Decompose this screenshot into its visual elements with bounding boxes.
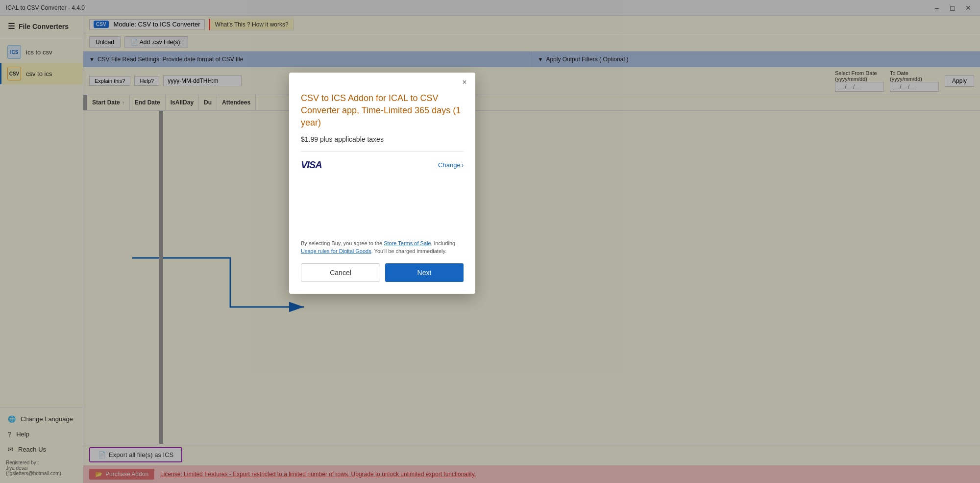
usage-rules-link[interactable]: Usage rules for Digital Goods: [301, 248, 371, 254]
modal-spacer: [301, 180, 464, 239]
modal-terms: By selecting Buy, you agree to the Store…: [301, 239, 464, 255]
terms-text-3: . You'll be charged immediately.: [371, 248, 447, 254]
modal-footer: Cancel Next: [301, 263, 464, 284]
modal-body: CSV to ICS Addon for ICAL to CSV Convert…: [289, 88, 475, 294]
modal-header: ×: [289, 73, 475, 88]
modal-price: $1.99 plus applicable taxes: [301, 135, 464, 143]
change-payment-link[interactable]: Change ›: [438, 161, 464, 169]
next-button[interactable]: Next: [385, 263, 464, 282]
modal-overlay: × CSV to ICS Addon for ICAL to CSV Conve…: [0, 0, 980, 483]
modal-payment: VISA Change ›: [301, 159, 464, 171]
modal-divider: [301, 151, 464, 152]
change-label: Change: [438, 161, 461, 169]
modal-close-button[interactable]: ×: [459, 76, 470, 88]
change-arrow-icon: ›: [462, 161, 464, 169]
store-terms-link[interactable]: Store Terms of Sale: [384, 240, 431, 246]
terms-text-2: , including: [431, 240, 456, 246]
terms-text-1: By selecting Buy, you agree to the: [301, 240, 384, 246]
purchase-modal: × CSV to ICS Addon for ICAL to CSV Conve…: [289, 73, 475, 294]
visa-logo: VISA: [301, 159, 322, 171]
modal-title: CSV to ICS Addon for ICAL to CSV Convert…: [301, 92, 464, 129]
cancel-button[interactable]: Cancel: [301, 263, 380, 282]
